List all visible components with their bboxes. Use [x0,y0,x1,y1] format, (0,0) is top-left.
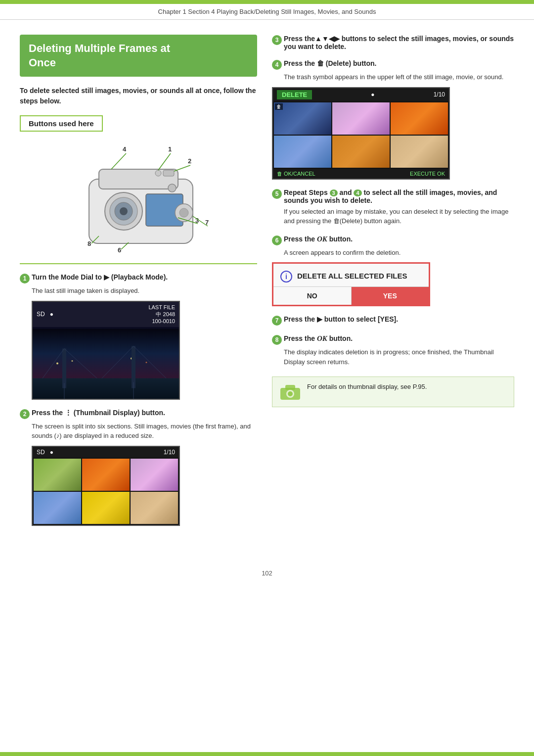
step-2: 2 Press the ⋮ (Thumbnail Display) button… [20,409,257,526]
divider [20,263,257,264]
note-text: For details on thumbnail display, see P.… [307,383,427,390]
svg-rect-11 [163,170,174,176]
step-5-body: If you selected an image by mistake, you… [284,207,514,226]
breadcrumb: Chapter 1 Section 4 Playing Back/Deletin… [0,4,534,20]
left-column: Deleting Multiple Frames at Once To dele… [20,35,257,535]
right-column: 3 Press the▲▼◀▶ buttons to select the st… [272,35,514,535]
svg-line-14 [158,153,171,170]
confirm-buttons: NO YES [273,286,429,305]
step-5: 5 Repeat Steps 3 and 4 to select all the… [272,189,514,226]
step-7-header: Press the ▶ button to select [YES]. [284,315,514,323]
step-num-3: 3 [272,35,282,45]
svg-text:8: 8 [88,240,91,247]
step-6-header: Press the OK button. [284,235,514,243]
step-1: 1 Turn the Mode Dial to ▶ (Playback Mode… [20,273,257,400]
step-1-body: The last still image taken is displayed. [32,286,257,296]
confirm-dialog-text: DELETE ALL SELECTED FILES [297,271,407,281]
step-8: 8 Press the OK button. The display indic… [272,334,514,367]
del-thumb-3 [391,102,448,135]
step-4-screen-bottom: 🗑 OK/CANCEL EXECUTE OK [273,169,449,179]
step-num-6: 6 [272,236,282,245]
step-num-8: 8 [272,335,282,345]
step-7: 7 Press the ▶ button to select [YES]. [272,315,514,326]
step-2-header: Press the ⋮ (Thumbnail Display) button. [32,409,257,417]
top-decorative-bar [0,0,534,4]
thumb-3 [131,459,178,491]
delete-thumb-grid: 🗑 [273,101,449,169]
svg-text:6: 6 [118,246,121,253]
step-1-screen: SD ● LAST FILE中 2048100-0010 [32,301,180,400]
buttons-used-label: Buttons used here [20,115,103,132]
svg-line-12 [111,153,126,169]
step-4-body: The trash symbol appears in the upper le… [284,72,514,82]
note-box: For details on thumbnail display, see P.… [272,377,514,407]
svg-point-9 [179,208,188,217]
step-6: 6 Press the OK button. A screen appears … [272,235,514,307]
svg-rect-33 [132,346,135,388]
step-num-4: 4 [272,60,282,70]
svg-point-31 [146,362,147,363]
thumb-2 [82,459,130,491]
step-4: 4 Press the 🗑 (Delete) button. The trash… [272,59,514,180]
step-num-1: 1 [20,274,30,284]
del-thumb-2 [332,102,390,135]
thumb-4 [34,492,81,524]
svg-point-28 [56,362,58,364]
thumb-grid [33,458,179,525]
step-4-header: Press the 🗑 (Delete) button. [284,59,514,67]
svg-point-7 [168,184,176,192]
step-8-header: Press the OK button. [284,334,514,343]
page-number: 102 [0,565,534,587]
step-6-body: A screen appears to confirm the deletion… [284,248,514,258]
del-thumb-6 [391,136,448,168]
thumb-5 [82,492,130,524]
svg-point-10 [155,170,161,176]
step-num-7: 7 [272,316,282,326]
svg-text:7: 7 [205,219,209,226]
confirm-no-button[interactable]: NO [273,287,352,305]
step-num-2: 2 [20,409,30,419]
svg-line-16 [174,165,190,171]
confirm-yes-button[interactable]: YES [352,287,429,305]
step-2-body: The screen is split into six sections. S… [32,422,257,441]
step-1-header: Turn the Mode Dial to ▶ (Playback Mode). [32,273,257,281]
svg-point-5 [120,207,128,215]
step-3-header: Press the▲▼◀▶ buttons to select the stil… [284,35,514,50]
svg-text:2: 2 [188,157,191,165]
camera-small-icon [279,383,301,401]
page-title: Deleting Multiple Frames at Once [20,35,257,77]
del-thumb-1: 🗑 [274,102,331,135]
intro-text: To delete selected still images, movies,… [20,86,257,106]
svg-text:1: 1 [168,145,172,153]
info-icon: i [280,271,292,283]
svg-rect-41 [285,385,295,390]
del-thumb-5 [332,136,390,168]
svg-rect-32 [62,348,66,388]
thumb-6 [131,492,178,524]
step-4-screen: DELETE ● 1/10 🗑 🗑 OK/CANCEL EXECU [272,87,450,180]
step-num-5: 5 [272,189,282,199]
svg-rect-26 [33,329,179,378]
confirm-dialog: i DELETE ALL SELECTED FILES NO YES [272,262,430,306]
svg-rect-27 [33,378,179,400]
step-3: 3 Press the▲▼◀▶ buttons to select the st… [272,35,514,50]
step-8-body: The display indicates deletion is in pro… [284,347,514,367]
svg-text:4: 4 [123,145,127,153]
thumb-1 [34,459,81,491]
bottom-decorative-bar [0,752,534,756]
step-2-screen: SD ● 1/10 [32,446,180,526]
del-thumb-4 [274,136,331,168]
step-5-header: Repeat Steps 3 and 4 to select all the s… [284,189,514,204]
svg-point-43 [288,391,293,396]
svg-point-29 [72,360,73,362]
camera-diagram: 4 1 2 3 7 8 6 [64,140,213,253]
